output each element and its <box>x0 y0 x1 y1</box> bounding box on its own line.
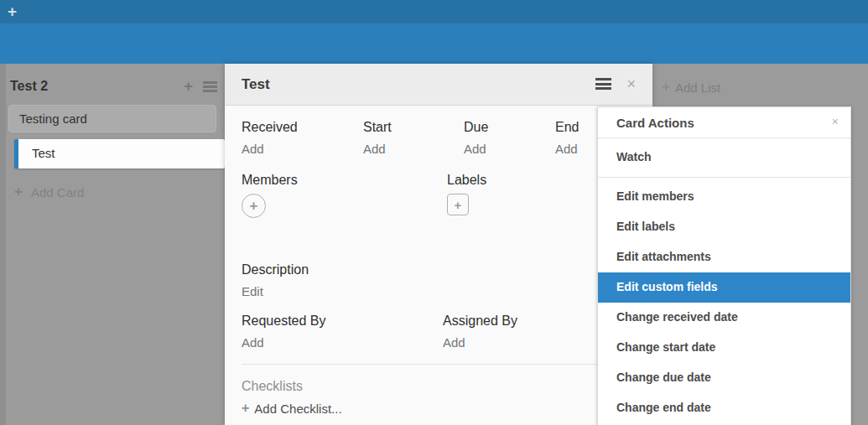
add-member-button[interactable]: + <box>242 194 266 218</box>
start-add-link[interactable]: Add <box>363 142 386 156</box>
card-detail-header: Test × <box>225 64 652 106</box>
menu-item-watch[interactable]: Watch <box>598 138 850 178</box>
requested-by-section: Requested By Add <box>242 314 443 350</box>
divider <box>242 364 636 365</box>
plus-icon: + <box>14 184 23 200</box>
menu-item-change-start-date[interactable]: Change start date <box>598 333 850 363</box>
menu-item-change-end-date[interactable]: Change end date <box>598 393 850 423</box>
board-left-strip <box>0 64 6 425</box>
due-label: Due <box>464 120 555 135</box>
add-checklist-button[interactable]: + Add Checklist... <box>242 401 636 416</box>
add-list-label: Add List <box>675 80 720 95</box>
card-detail-panel: Test × Received Add Start Add Due Add <box>225 64 652 425</box>
add-list-button[interactable]: + Add List <box>662 79 720 96</box>
close-menu-icon[interactable]: × <box>832 115 839 128</box>
list-add-card-icon[interactable]: + <box>184 80 193 92</box>
list-title: Test 2 <box>10 79 48 93</box>
plus-icon: + <box>242 401 249 416</box>
close-card-icon[interactable]: × <box>626 77 636 91</box>
due-add-link[interactable]: Add <box>464 142 486 156</box>
menu-item-edit-members[interactable]: Edit members <box>598 182 850 212</box>
card-actions-menu-icon[interactable] <box>595 78 611 90</box>
description-section: Description Edit <box>242 262 636 299</box>
card-detail-body: Received Add Start Add Due Add End Add <box>225 106 652 425</box>
card-actions-title: Card Actions <box>616 116 694 130</box>
received-add-link[interactable]: Add <box>242 142 264 156</box>
date-fields-row: Received Add Start Add Due Add End Add <box>242 106 636 157</box>
field-due: Due Add <box>464 120 555 157</box>
list-header: Test 2 + <box>6 64 226 104</box>
menu-items-group: Edit members Edit labels Edit attachment… <box>598 178 850 423</box>
menu-item-change-received-date[interactable]: Change received date <box>598 303 850 333</box>
members-label: Members <box>242 173 447 188</box>
requested-by-add-link[interactable]: Add <box>242 335 264 350</box>
card-actions-header: Card Actions × <box>598 107 850 138</box>
field-start: Start Add <box>363 120 464 157</box>
menu-item-change-due-date[interactable]: Change due date <box>598 363 850 393</box>
card-detail-title: Test <box>242 76 270 92</box>
end-add-link[interactable]: Add <box>555 142 578 156</box>
add-checklist-label: Add Checklist... <box>254 402 341 416</box>
checklists-label: Checklists <box>242 379 636 394</box>
requested-assigned-row: Requested By Add Assigned By Add <box>242 314 636 350</box>
assigned-by-add-link[interactable]: Add <box>443 335 465 350</box>
plus-icon: + <box>662 79 670 96</box>
menu-item-edit-custom-fields[interactable]: Edit custom fields <box>598 272 850 303</box>
field-received: Received Add <box>242 120 363 157</box>
app-window: + Test 2 + Testing card Test + Add Card … <box>0 0 868 425</box>
start-label: Start <box>363 120 464 135</box>
card-actions-menu: Card Actions × Watch Edit members Edit l… <box>597 106 851 425</box>
requested-by-label: Requested By <box>242 314 443 329</box>
received-label: Received <box>242 120 363 135</box>
description-label: Description <box>242 262 636 277</box>
members-section: Members + <box>242 173 447 218</box>
add-card-button[interactable]: + Add Card <box>14 184 226 200</box>
members-labels-row: Members + Labels + <box>242 173 636 218</box>
add-label-button[interactable]: + <box>447 194 469 215</box>
card-test-selected[interactable]: Test <box>14 139 225 168</box>
menu-item-edit-attachments[interactable]: Edit attachments <box>598 242 850 272</box>
add-card-label: Add Card <box>31 185 84 200</box>
list-test2: Test 2 + Testing card Test + Add Card <box>6 64 226 200</box>
card-testing-card[interactable]: Testing card <box>8 105 216 132</box>
list-menu-icon[interactable] <box>203 81 217 92</box>
top-navbar: + <box>0 0 868 23</box>
description-edit-link[interactable]: Edit <box>242 284 263 298</box>
board-header-band <box>0 23 868 64</box>
add-board-icon[interactable]: + <box>8 3 17 21</box>
menu-item-edit-labels[interactable]: Edit labels <box>598 212 850 242</box>
